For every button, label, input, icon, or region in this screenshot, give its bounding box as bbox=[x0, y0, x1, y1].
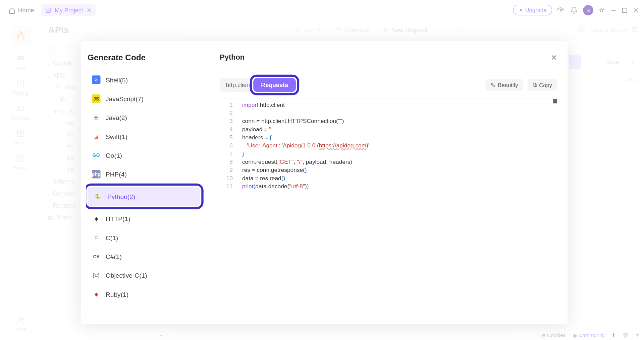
lang-item-objectivec[interactable]: [C]Objective-C(1) bbox=[86, 266, 202, 285]
subtab-httpclient[interactable]: http.clien bbox=[220, 78, 251, 92]
lang-icon: JS bbox=[92, 94, 101, 103]
lang-label: C(1) bbox=[106, 234, 118, 241]
svg-rect-0 bbox=[46, 8, 50, 12]
home-label: Home bbox=[18, 7, 34, 13]
lang-label: Java(2) bbox=[106, 114, 127, 121]
gear-icon[interactable] bbox=[557, 6, 565, 14]
window-minimize-icon[interactable] bbox=[610, 7, 616, 13]
lang-icon: [C] bbox=[92, 271, 101, 280]
close-button[interactable]: ✕ bbox=[551, 53, 557, 63]
shirt-icon[interactable]: 👕 bbox=[623, 332, 629, 338]
generate-code-modal: Generate Code >Shell(5)JSJavaScript(7)☕J… bbox=[81, 41, 568, 324]
discord-icon: ◉ bbox=[573, 332, 577, 338]
gutter: 1234567891011 bbox=[220, 99, 237, 316]
lang-item-c[interactable]: C#C#(1) bbox=[86, 247, 202, 266]
home-button[interactable]: Home bbox=[5, 5, 37, 15]
lang-item-http[interactable]: ◈HTTP(1) bbox=[86, 209, 202, 228]
panel-title: Python bbox=[220, 53, 557, 62]
lang-icon: ◈ bbox=[92, 214, 101, 223]
lang-item-python[interactable]: 🐍Python(2) bbox=[88, 187, 200, 206]
code-content: import http.client conn = http.client.HT… bbox=[237, 99, 370, 316]
home-icon bbox=[9, 7, 15, 13]
lang-label: Python(2) bbox=[107, 193, 135, 200]
bell-icon[interactable] bbox=[570, 6, 578, 14]
close-icon[interactable]: ✕ bbox=[87, 7, 92, 13]
code-panel: ✕ Python http.clien Requests ✎Beautify ⧉… bbox=[210, 41, 568, 324]
help-icon[interactable]: ? bbox=[636, 332, 639, 338]
statusbar: « ◔Cookies ◉Community ⬆ 👕 ? bbox=[0, 329, 644, 340]
project-label: My Project bbox=[55, 7, 83, 13]
lang-item-php[interactable]: phpPHP(4) bbox=[86, 165, 202, 184]
upgrade-label: Upgrade bbox=[525, 7, 547, 13]
pin-icon[interactable] bbox=[598, 7, 605, 13]
beautify-button[interactable]: ✎Beautify bbox=[485, 79, 523, 91]
lang-icon: C bbox=[92, 233, 101, 242]
titlebar: Home My Project ✕ ✦ Upgrade S bbox=[0, 0, 644, 20]
lang-item-swift[interactable]: ◢Swift(1) bbox=[86, 127, 202, 146]
cookies-link[interactable]: ◔Cookies bbox=[541, 332, 566, 338]
lang-icon: ◢ bbox=[92, 132, 101, 141]
lang-label: Go(1) bbox=[106, 151, 122, 159]
project-tab[interactable]: My Project ✕ bbox=[41, 4, 96, 16]
highlight-ring-python: 🐍Python(2) bbox=[86, 184, 204, 209]
copy-button[interactable]: ⧉Copy bbox=[528, 79, 557, 91]
copy-icon: ⧉ bbox=[533, 81, 537, 88]
lang-icon: > bbox=[92, 75, 101, 84]
lang-label: C#(1) bbox=[106, 253, 122, 260]
code-editor[interactable]: 1234567891011 import http.client conn = … bbox=[220, 98, 557, 316]
lang-icon: C# bbox=[92, 252, 101, 261]
project-icon bbox=[45, 7, 51, 13]
language-list-panel: Generate Code >Shell(5)JSJavaScript(7)☕J… bbox=[81, 41, 210, 324]
lang-label: Shell(5) bbox=[106, 76, 128, 83]
lang-icon: php bbox=[92, 170, 101, 179]
wand-icon: ✎ bbox=[491, 82, 495, 88]
lang-icon: ◆ bbox=[92, 290, 101, 298]
lang-label: Ruby(1) bbox=[106, 290, 128, 298]
upgrade-button[interactable]: ✦ Upgrade bbox=[513, 5, 552, 15]
collapse-icon[interactable]: « bbox=[160, 332, 163, 338]
sparkle-icon: ✦ bbox=[519, 7, 523, 13]
highlight-ring-requests: Requests bbox=[250, 75, 299, 95]
lang-item-go[interactable]: GOGo(1) bbox=[86, 146, 202, 164]
lang-icon: ☕ bbox=[92, 113, 101, 122]
lang-label: HTTP(1) bbox=[106, 215, 130, 222]
modal-title: Generate Code bbox=[88, 53, 204, 63]
window-close-icon[interactable] bbox=[633, 7, 639, 13]
community-link[interactable]: ◉Community bbox=[573, 332, 605, 338]
lang-label: Objective-C(1) bbox=[106, 272, 147, 279]
cookie-icon: ◔ bbox=[541, 332, 545, 338]
lang-label: Swift(1) bbox=[106, 133, 127, 140]
lang-item-javascript[interactable]: JSJavaScript(7) bbox=[86, 89, 202, 108]
lang-item-c[interactable]: CC(1) bbox=[86, 228, 202, 247]
window-maximize-icon[interactable] bbox=[622, 7, 628, 13]
avatar[interactable]: S bbox=[583, 5, 593, 15]
lang-item-ruby[interactable]: ◆Ruby(1) bbox=[86, 285, 202, 303]
lang-icon: 🐍 bbox=[94, 192, 102, 201]
minimap bbox=[553, 99, 557, 104]
lang-item-java[interactable]: ☕Java(2) bbox=[86, 108, 202, 127]
subtab-requests[interactable]: Requests bbox=[253, 78, 296, 92]
lang-label: PHP(4) bbox=[106, 171, 127, 178]
lang-label: JavaScript(7) bbox=[106, 95, 144, 103]
lang-item-shell[interactable]: >Shell(5) bbox=[86, 70, 202, 89]
svg-point-1 bbox=[560, 9, 562, 11]
upload-icon[interactable]: ⬆ bbox=[611, 332, 616, 338]
lang-icon: GO bbox=[92, 151, 101, 160]
svg-rect-3 bbox=[623, 8, 627, 12]
